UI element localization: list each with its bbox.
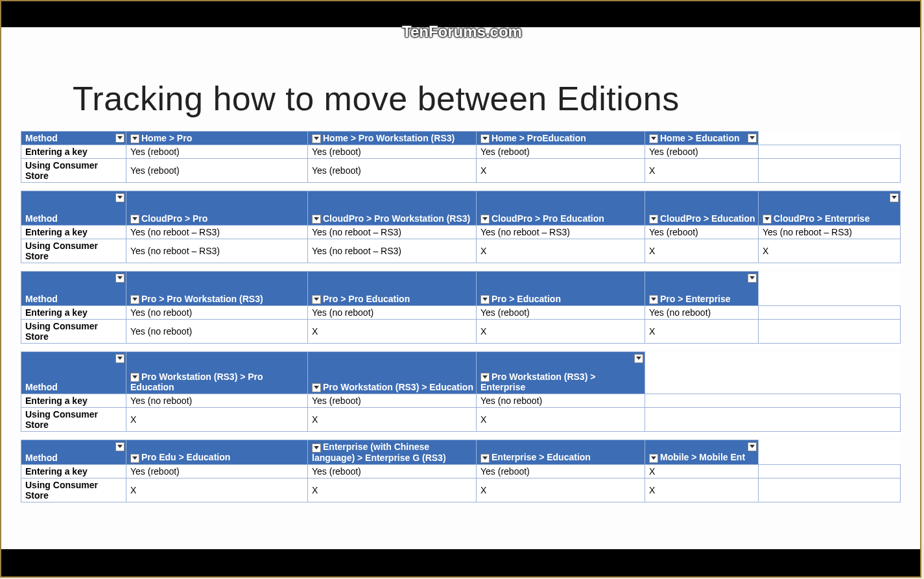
table-misc: Method Pro Edu > Education Enterprise (w… <box>21 440 901 502</box>
cell: X <box>126 408 308 432</box>
filter-icon[interactable] <box>748 134 757 143</box>
cell: Yes (no reboot – RS3) <box>126 239 308 263</box>
filter-icon[interactable] <box>312 295 321 304</box>
col-proedu-edu[interactable]: Pro Edu > Education <box>126 440 308 464</box>
row-consumer-store: Using Consumer Store <box>21 239 126 263</box>
cell <box>759 320 901 344</box>
slide-frame: TenForums.com Tracking how to move betwe… <box>0 0 921 578</box>
filter-icon[interactable] <box>649 454 658 463</box>
col-pws-edu[interactable]: Pro Workstation (RS3) > Education <box>308 352 477 394</box>
cell: Yes (reboot) <box>645 145 759 159</box>
row-consumer-store: Using Consumer Store <box>21 159 126 183</box>
filter-icon[interactable] <box>748 274 757 283</box>
filter-icon[interactable] <box>480 373 490 382</box>
row-entering-key: Entering a key <box>21 464 126 478</box>
col-home-edu[interactable]: Home > Education <box>645 132 759 145</box>
col-pro-proedu[interactable]: Pro > Pro Education <box>308 272 477 306</box>
cell: Yes (no reboot – RS3) <box>759 226 901 239</box>
cell <box>759 464 901 478</box>
blank-cell <box>759 272 901 306</box>
col-home-pro[interactable]: Home > Pro <box>126 132 308 145</box>
filter-icon[interactable] <box>312 443 321 453</box>
cell: X <box>477 239 645 263</box>
bottom-black-bar <box>1 549 920 576</box>
col-method[interactable]: Method <box>21 352 126 394</box>
cell <box>759 306 901 320</box>
filter-icon[interactable] <box>115 274 124 283</box>
cell: Yes (reboot) <box>308 159 477 183</box>
cell: Yes (reboot) <box>477 145 645 159</box>
col-method[interactable]: Method <box>21 132 126 145</box>
cell: Yes (reboot) <box>308 145 477 159</box>
blank-cell <box>645 352 901 394</box>
cell <box>759 145 901 159</box>
col-cp-proedu[interactable]: CloudPro > Pro Education <box>477 191 645 226</box>
col-pro-prows[interactable]: Pro > Pro Workstation (RS3) <box>126 272 308 306</box>
col-method[interactable]: Method <box>21 272 126 306</box>
filter-icon[interactable] <box>480 215 490 224</box>
filter-icon[interactable] <box>115 354 124 363</box>
cell <box>759 478 901 502</box>
col-cp-edu[interactable]: CloudPro > Education <box>645 191 759 226</box>
filter-icon[interactable] <box>130 373 139 382</box>
col-method[interactable]: Method <box>21 440 126 464</box>
col-home-prows[interactable]: Home > Pro Workstation (RS3) <box>308 132 477 145</box>
col-cp-ent[interactable]: CloudPro > Enterprise <box>759 191 901 226</box>
table-pro: Method Pro > Pro Workstation (RS3) Pro >… <box>21 271 901 349</box>
row-consumer-store: Using Consumer Store <box>21 320 126 344</box>
cell: Yes (no reboot) <box>126 306 308 320</box>
col-ent-entg[interactable]: Enterprise (with Chinese language) > Ent… <box>308 440 477 464</box>
col-method[interactable]: Method <box>21 191 126 226</box>
filter-icon[interactable] <box>312 134 321 143</box>
cell: X <box>759 239 901 263</box>
col-mob-mobent[interactable]: Mobile > Mobile Ent <box>645 440 759 464</box>
row-consumer-store: Using Consumer Store <box>21 478 126 502</box>
col-pws-proedu[interactable]: Pro Workstation (RS3) > Pro Education <box>126 352 308 394</box>
filter-icon[interactable] <box>649 215 658 224</box>
col-ent-edu[interactable]: Enterprise > Education <box>477 440 645 464</box>
cell: Yes (no reboot – RS3) <box>477 226 645 239</box>
filter-icon[interactable] <box>115 442 124 451</box>
slide-content: Tracking how to move between Editions Me… <box>1 27 920 549</box>
cell: Yes (reboot) <box>126 145 308 159</box>
filter-icon[interactable] <box>130 134 139 143</box>
cell: X <box>645 464 759 478</box>
filter-icon[interactable] <box>890 193 899 202</box>
filter-icon[interactable] <box>748 442 757 451</box>
filter-icon[interactable] <box>649 134 658 143</box>
cell: X <box>308 320 477 344</box>
table-row: Using Consumer Store Yes (no reboot) X X… <box>21 320 901 344</box>
cell: Yes (no reboot – RS3) <box>308 239 477 263</box>
cell: X <box>308 408 477 432</box>
cell: X <box>645 239 759 263</box>
filter-icon[interactable] <box>115 193 124 202</box>
cell: X <box>126 478 308 502</box>
row-consumer-store: Using Consumer Store <box>21 408 126 432</box>
col-pws-ent[interactable]: Pro Workstation (RS3) > Enterprise <box>477 352 645 394</box>
col-cp-prows[interactable]: CloudPro > Pro Workstation (RS3) <box>308 191 477 226</box>
cell: Yes (no reboot – RS3) <box>126 226 308 239</box>
filter-icon[interactable] <box>312 383 321 392</box>
filter-icon[interactable] <box>130 454 139 463</box>
filter-icon[interactable] <box>649 295 658 304</box>
cell: Yes (no reboot) <box>477 394 645 408</box>
col-pro-ent[interactable]: Pro > Enterprise <box>645 272 759 306</box>
filter-icon[interactable] <box>312 215 321 224</box>
table-cloudpro: Method CloudPro > Pro CloudPro > Pro Wor… <box>21 191 901 268</box>
filter-icon[interactable] <box>480 134 490 143</box>
cell: Yes (reboot) <box>477 306 645 320</box>
col-cp-pro[interactable]: CloudPro > Pro <box>126 191 308 226</box>
col-home-proedu[interactable]: Home > ProEducation <box>477 132 645 145</box>
filter-icon[interactable] <box>634 354 643 363</box>
table-row: Entering a key Yes (reboot) Yes (reboot)… <box>21 464 901 478</box>
filter-icon[interactable] <box>130 295 139 304</box>
col-pro-edu[interactable]: Pro > Education <box>477 272 645 306</box>
filter-icon[interactable] <box>115 134 124 143</box>
filter-icon[interactable] <box>763 215 772 224</box>
table-row: Entering a key Yes (no reboot) Yes (rebo… <box>21 394 901 408</box>
filter-icon[interactable] <box>480 295 490 304</box>
filter-icon[interactable] <box>130 215 139 224</box>
filter-icon[interactable] <box>480 454 490 463</box>
row-entering-key: Entering a key <box>21 306 126 320</box>
cell: Yes (no reboot) <box>308 306 477 320</box>
